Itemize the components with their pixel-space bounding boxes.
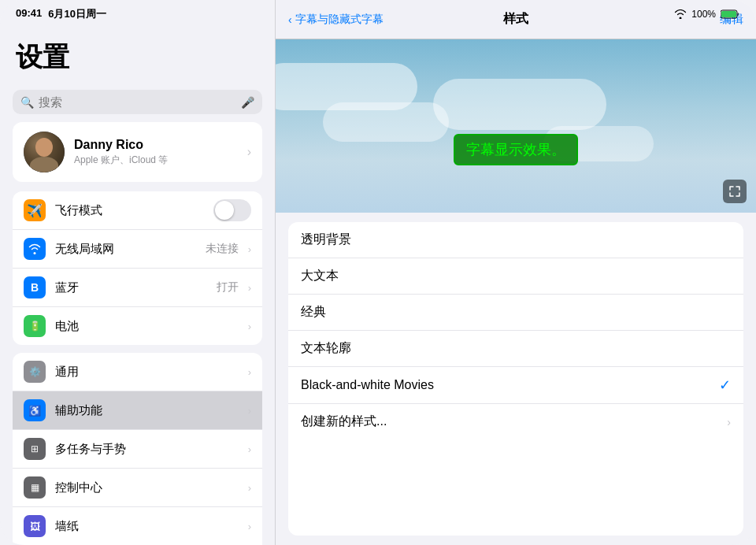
time: 09:41 — [16, 7, 42, 21]
style-item-create-new[interactable]: 创建新的样式... › — [288, 404, 743, 439]
multitask-chevron-icon: › — [248, 443, 251, 455]
style-outline-label: 文本轮廓 — [301, 340, 731, 357]
cloud-2 — [323, 102, 449, 142]
style-transparent-label: 透明背景 — [301, 232, 731, 248]
style-large-text-label: 大文本 — [301, 268, 731, 284]
status-bar-left: 09:41 6月10日周一 — [16, 7, 106, 21]
svg-rect-1 — [721, 11, 736, 17]
checkmark-icon: ✓ — [719, 376, 731, 394]
toggle-knob — [215, 201, 234, 220]
airplane-label: 飞行模式 — [55, 203, 204, 218]
cloud-3 — [433, 79, 606, 130]
wifi-chevron-icon: › — [248, 243, 251, 255]
subtitle-preview: 字幕显示效果。 — [454, 134, 578, 165]
settings-item-accessibility[interactable]: ♿ 辅助功能 › — [13, 391, 262, 430]
style-bw-movies-label: Black-and-white Movies — [301, 378, 719, 392]
settings-item-multitask[interactable]: ⊞ 多任务与手势 › — [13, 430, 262, 469]
search-bar[interactable]: 🔍 🎤 — [13, 90, 262, 114]
user-chevron-icon: › — [247, 145, 251, 159]
style-create-label: 创建新的样式... — [301, 413, 727, 430]
avatar-image — [24, 132, 65, 172]
search-icon: 🔍 — [20, 96, 34, 109]
fullscreen-icon — [729, 186, 740, 197]
bluetooth-value: 打开 — [217, 280, 239, 295]
date: 6月10日周一 — [48, 7, 106, 21]
style-list: 透明背景 大文本 经典 文本轮廓 Black-and-white Movies … — [288, 222, 743, 536]
battery-chevron-icon: › — [248, 321, 251, 332]
control-icon: ▦ — [24, 476, 46, 499]
user-subtitle: Apple 账户、iCloud 等 — [74, 154, 238, 167]
bluetooth-chevron-icon: › — [248, 282, 251, 294]
wallpaper-chevron-icon: › — [248, 521, 251, 532]
fullscreen-button[interactable] — [723, 180, 747, 203]
user-info: Danny Rico Apple 账户、iCloud 等 — [74, 138, 238, 167]
sidebar: 设置 🔍 🎤 Danny Rico Apple 账户、iCloud 等 › ✈️ — [0, 0, 276, 545]
general-chevron-icon: › — [248, 366, 251, 378]
bluetooth-label: 蓝牙 — [55, 280, 207, 295]
wifi-label: 无线局域网 — [55, 242, 196, 257]
multitask-icon: ⊞ — [24, 438, 46, 460]
control-chevron-icon: › — [248, 482, 251, 494]
wifi-value: 未连接 — [206, 242, 239, 256]
settings-item-airplane[interactable]: ✈️ 飞行模式 — [13, 191, 262, 230]
settings-item-bluetooth[interactable]: B 蓝牙 打开 › — [13, 269, 262, 307]
status-bar-right: 100% — [674, 9, 740, 20]
style-classic-label: 经典 — [301, 304, 731, 321]
airplane-toggle[interactable] — [213, 199, 251, 221]
right-panel: ‹ 字幕与隐藏式字幕 样式 编辑 字幕显示效果。 透明 — [276, 0, 756, 545]
battery-settings-icon: 🔋 — [24, 315, 46, 337]
control-label: 控制中心 — [55, 480, 239, 495]
style-item-outline[interactable]: 文本轮廓 — [288, 331, 743, 367]
settings-item-wallpaper[interactable]: 🖼 墙纸 › — [13, 507, 262, 545]
preview-clouds — [276, 39, 756, 213]
create-chevron-icon: › — [727, 416, 731, 428]
settings-group-2: ⚙️ 通用 › ♿ 辅助功能 › ⊞ 多任务与手势 › ▦ 控制中心 › — [13, 353, 262, 545]
device-frame: 09:41 6月10日周一 100% 设置 🔍 🎤 — [0, 0, 756, 545]
avatar — [24, 132, 65, 172]
user-profile[interactable]: Danny Rico Apple 账户、iCloud 等 › — [13, 122, 262, 182]
mic-icon[interactable]: 🎤 — [241, 96, 254, 109]
accessibility-chevron-icon: › — [248, 405, 251, 417]
settings-item-control[interactable]: ▦ 控制中心 › — [13, 469, 262, 507]
general-icon: ⚙️ — [24, 361, 46, 383]
battery-percent: 100% — [691, 9, 716, 20]
settings-item-wifi[interactable]: 无线局域网 未连接 › — [13, 230, 262, 269]
wallpaper-icon: 🖼 — [24, 515, 46, 537]
user-name: Danny Rico — [74, 138, 238, 152]
battery-icon — [721, 9, 740, 19]
settings-item-battery[interactable]: 🔋 电池 › — [13, 307, 262, 345]
style-item-bw-movies[interactable]: Black-and-white Movies ✓ — [288, 367, 743, 404]
wifi-icon — [674, 9, 687, 19]
preview-area: 字幕显示效果。 — [276, 39, 756, 213]
battery-label: 电池 — [55, 319, 239, 334]
style-item-classic[interactable]: 经典 — [288, 295, 743, 331]
wifi-settings-icon — [24, 238, 46, 260]
style-item-transparent[interactable]: 透明背景 — [288, 222, 743, 258]
style-item-large-text[interactable]: 大文本 — [288, 258, 743, 295]
status-bar: 09:41 6月10日周一 100% — [0, 0, 756, 28]
general-label: 通用 — [55, 365, 239, 380]
airplane-icon: ✈️ — [24, 199, 46, 221]
settings-section: ✈️ 飞行模式 无线局域网 未连接 — [13, 191, 262, 545]
multitask-label: 多任务与手势 — [55, 442, 239, 457]
settings-item-general[interactable]: ⚙️ 通用 › — [13, 353, 262, 391]
wallpaper-label: 墙纸 — [55, 519, 239, 534]
bluetooth-icon: B — [24, 276, 46, 298]
accessibility-icon: ♿ — [24, 399, 46, 421]
settings-group-1: ✈️ 飞行模式 无线局域网 未连接 — [13, 191, 262, 345]
search-input[interactable] — [39, 95, 236, 109]
accessibility-label: 辅助功能 — [55, 403, 239, 418]
